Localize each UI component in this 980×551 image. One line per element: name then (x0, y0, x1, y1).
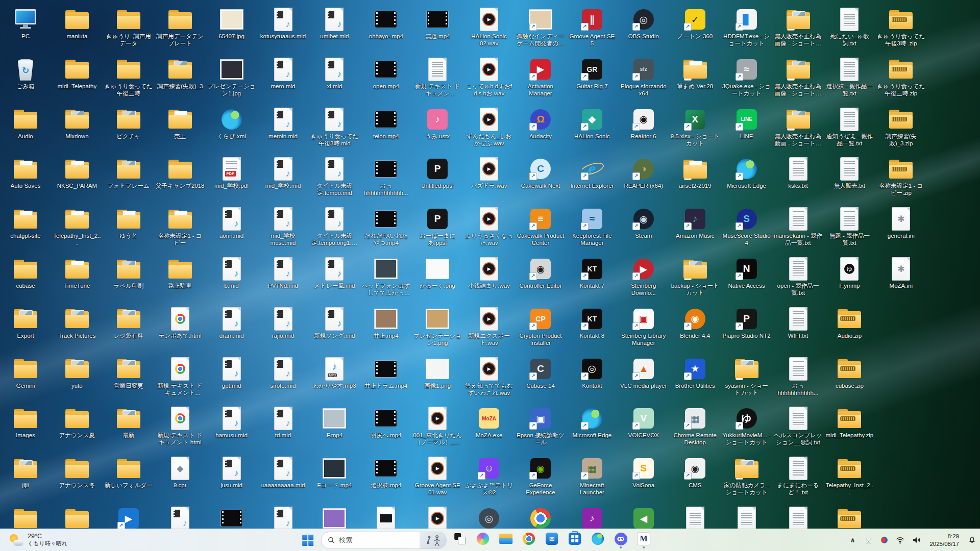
desktop-icon[interactable]: Gemini (1, 357, 50, 389)
desktop-icon[interactable]: ♪b.mid (207, 257, 256, 289)
desktop-icon[interactable]: midi_Telepathy.zip (825, 406, 874, 439)
desktop-icon[interactable]: cubase.zip (825, 357, 874, 389)
desktop-icon[interactable]: ✓↗ノートン 360 (671, 7, 720, 40)
desktop-icon[interactable]: ♪MP3わかりやす.mp3 (310, 357, 359, 389)
desktop-icon[interactable]: ♪td.mid (259, 406, 308, 439)
desktop-icon[interactable]: ♪mid_学校 muse.mid (259, 207, 308, 246)
desktop-icon[interactable] (671, 506, 720, 532)
desktop-icon[interactable]: ♪dram.mid (207, 307, 256, 339)
desktop-icon[interactable]: S↗VoiSona (619, 456, 668, 489)
desktop-icon[interactable]: ∥↗Groove Agent SE 5 (568, 7, 617, 47)
desktop-icon[interactable]: PC (1, 7, 50, 40)
desktop-icon[interactable]: ↗筆まめ Ver.28 (671, 57, 720, 90)
desktop-icon[interactable]: ↗airset2-2019 (671, 157, 720, 189)
desktop-icon[interactable]: 井上.mp4 (361, 307, 410, 339)
desktop-icon[interactable]: e↗Internet Explorer (568, 157, 617, 189)
desktop-icon[interactable]: ピクチャ (104, 107, 153, 140)
desktop-icon[interactable]: ▶新規エクスポート.wav (464, 307, 513, 346)
desktop-icon[interactable]: C↗Cubase 14 (516, 357, 565, 389)
taskbar-app-musescore[interactable]: M (634, 531, 653, 550)
desktop-icon[interactable]: ♪uaaaaaaaaa.mid (259, 456, 308, 489)
desktop-icon[interactable]: 無人販売.txt (825, 157, 874, 189)
desktop-icon[interactable]: 無題.mp4 (413, 7, 462, 40)
desktop-icon[interactable]: 新規 テキスト ドキュメント (2).html (156, 357, 205, 396)
desktop-icon[interactable]: CP↗Crypton Product Installer (516, 307, 565, 346)
taskbar-app-discord[interactable] (611, 531, 630, 550)
notification-bell-icon[interactable] (967, 533, 977, 548)
desktop-icon[interactable]: ▣↗Steinberg Library Manager (619, 307, 668, 346)
desktop-icon[interactable]: ▣↗Epson 接続診断ツール (516, 406, 565, 446)
desktop-icon[interactable]: Ω↗Audacity (516, 107, 565, 140)
desktop-icon[interactable]: ♪うみ.ustx (413, 107, 462, 140)
desktop-icon[interactable]: ▦↗Minecraft Launcher (568, 456, 617, 496)
desktop-icon[interactable]: midi_Telepathy (53, 57, 102, 90)
desktop-icon[interactable]: Auto Saves (1, 157, 50, 189)
desktop-icon[interactable]: ♪↗Amazon Music (671, 207, 720, 239)
desktop-icon[interactable]: ヘルスコンプレッション__歌詞.txt (774, 406, 823, 446)
desktop-icon[interactable]: おっhhhhhhhhhhh... (774, 357, 823, 396)
desktop-icon[interactable]: Export (1, 307, 50, 339)
desktop-icon[interactable]: 売上 (156, 107, 205, 140)
desktop-icon[interactable]: きゅうり食ってた午後三時 (104, 57, 153, 97)
desktop-icon[interactable]: 新規 テキスト ドキュメント.html (156, 406, 205, 446)
desktop-icon[interactable]: ▶↗ (104, 506, 153, 532)
desktop-icon[interactable]: レジ袋有料 (104, 307, 153, 339)
desktop-icon[interactable]: MoZAMoZA.exe (464, 406, 513, 439)
desktop-icon[interactable]: manisekarin - 親作品一覧.txt (774, 207, 823, 246)
x-app-icon[interactable]: X (863, 533, 873, 548)
desktop-icon[interactable]: ♪ (568, 506, 617, 532)
desktop-icon[interactable]: X↗9.5.xlsx - ショートカット (671, 107, 720, 147)
taskbar-app-microsoft-store[interactable] (565, 531, 584, 550)
desktop-icon[interactable]: ▶こってゅh dすおf d s bお.wav (464, 57, 513, 97)
desktop-icon[interactable]: ≈↗JQuake.exe - ショートカット (722, 57, 771, 97)
desktop-icon[interactable]: だれだFXいれたやつ.mp4 (361, 207, 410, 246)
desktop-icon[interactable]: teion.mp4 (361, 107, 410, 140)
desktop-icon[interactable]: P↗Piapro Studio NT2 (722, 307, 771, 339)
wifi-icon[interactable] (895, 533, 905, 548)
desktop-icon[interactable]: KT↗Kontakt 7 (568, 257, 617, 289)
desktop-icon[interactable] (516, 506, 565, 532)
desktop-icon[interactable]: PUntitled.ppsf (413, 157, 462, 189)
desktop-icon[interactable]: 調声練習(失敗)_3 (156, 57, 205, 90)
desktop-icon[interactable]: ゆうと (104, 207, 153, 239)
desktop-icon[interactable]: ✱general.ini (876, 207, 925, 239)
desktop-icon[interactable]: 井上ドラム.mp4 (361, 357, 410, 389)
volume-icon[interactable] (911, 533, 922, 548)
desktop-icon[interactable]: ♪新規ソング.mid (310, 307, 359, 339)
desktop-icon[interactable]: ♪jusu.mid (207, 456, 256, 489)
desktop-icon[interactable]: sfz↗Plogue sforzando x64 (619, 57, 668, 97)
desktop-icon[interactable]: ♪meroin.mid (259, 107, 308, 140)
tray-overflow-chevron[interactable]: ∧ (847, 533, 857, 548)
desktop-icon[interactable]: ▶↗Steinberg Downlo... (619, 257, 668, 296)
desktop-icon[interactable]: ♪umibet.mid (310, 7, 359, 40)
desktop-icon[interactable]: 路上駐車 (156, 257, 205, 289)
desktop-icon[interactable]: 通知うぜえ - 親作品一覧.txt (825, 107, 874, 147)
desktop-icon[interactable]: open - 親作品一覧.txt (774, 257, 823, 296)
desktop-icon[interactable] (825, 506, 874, 532)
desktop-icon[interactable]: ヘッドフォンはずしててよかっt.mp4 (361, 257, 410, 296)
desktop-icon[interactable]: ♪メドレー風.mid (310, 257, 359, 289)
desktop-icon[interactable]: ▶よりうるさくなった.wav (464, 207, 513, 246)
desktop-icon[interactable]: ラベル印刷 (104, 257, 153, 289)
taskbar-search[interactable]: 検索 (321, 532, 447, 549)
desktop-icon[interactable]: ◉↗Reaktor 6 (619, 107, 668, 140)
desktop-icon[interactable]: ♪xl.mid (310, 57, 359, 90)
desktop-icon[interactable]: Telepathy_Inst_2... (53, 207, 102, 246)
desktop-icon[interactable]: Fコード.mp4 (310, 456, 359, 489)
desktop-icon[interactable]: yuto (53, 357, 102, 389)
desktop-icon[interactable]: ♪タイトル未設定.tempo.orig1.mid (310, 207, 359, 246)
desktop-icon[interactable]: ↗孤独なインディーゲーム開発者の一生 ... (516, 7, 565, 47)
desktop-icon[interactable]: ◉↗CMS (671, 456, 720, 489)
desktop-icon[interactable]: ♪mid_学校.mid (259, 157, 308, 189)
desktop-icon[interactable]: ▶Groove Agent SE 01.wav (413, 456, 462, 496)
desktop-icon[interactable]: ◉↗Blender 4.4 (671, 307, 720, 339)
desktop-icon[interactable]: ◀ (619, 506, 668, 532)
desktop-icon[interactable]: ▶小銭詰まり.wav (464, 257, 513, 289)
desktop-icon[interactable]: WIFI.txt (774, 307, 823, 339)
desktop-icon[interactable]: 父子キャンプ2018 (156, 157, 205, 189)
desktop-icon[interactable]: ↗家の防犯カメラ - ショートカット (722, 456, 771, 496)
desktop-icon[interactable]: まにまにわーるど！.txt (774, 456, 823, 496)
desktop-icon[interactable]: ゆ↗YukkuriMovieM... - ショートカット (722, 406, 771, 446)
desktop-icon[interactable]: 名称未設定1 - コピー (156, 207, 205, 246)
desktop-icon[interactable]: ↗無人販売不正行為 画像 - ショートカット (774, 57, 823, 97)
